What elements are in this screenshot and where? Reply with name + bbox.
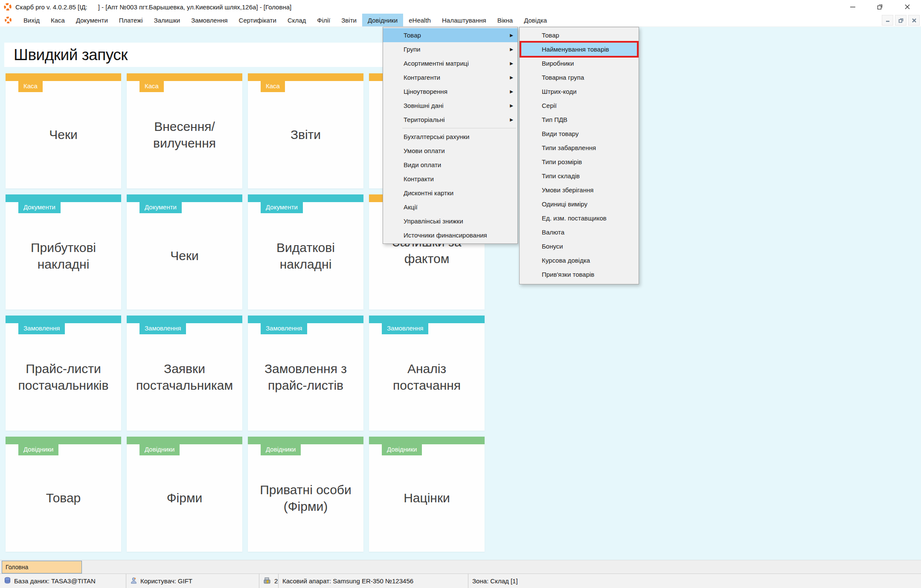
- menubar-item[interactable]: Вікна: [492, 14, 519, 26]
- database-icon: [4, 577, 11, 585]
- restore-icon: [898, 17, 904, 23]
- menu-item-label: Територіальні: [404, 116, 445, 123]
- menubar-item[interactable]: Налаштування: [436, 14, 492, 26]
- submenu-arrow-icon: ▶: [510, 89, 513, 94]
- submenu-item[interactable]: Типи розмірів: [520, 155, 639, 169]
- quick-launch-tile[interactable]: ЗамовленняЗаявки постачальникам: [127, 316, 242, 431]
- dropdown-menu-item[interactable]: Умови оплати: [383, 144, 517, 158]
- submenu-arrow-icon: ▶: [510, 117, 513, 122]
- menubar-item[interactable]: Залишки: [148, 14, 186, 26]
- quick-launch-tile[interactable]: ДовідникиПриватні особи (Фірми): [248, 437, 363, 552]
- menu-item-label: Асортиментні матриці: [404, 60, 469, 67]
- submenu-item[interactable]: Типи забарвлення: [520, 141, 639, 155]
- dropdown-menu-item[interactable]: Види оплати: [383, 158, 517, 172]
- dropdown-menu-item[interactable]: Дисконтні картки: [383, 186, 517, 200]
- tile-category-strip: [369, 316, 485, 323]
- close-icon: [904, 3, 911, 11]
- menubar-item[interactable]: Філії: [311, 14, 336, 26]
- menu-item-label: Умови зберігання: [542, 186, 593, 194]
- menu-item-label: Ед. изм. поставщиков: [542, 214, 607, 222]
- submenu-item[interactable]: Товар: [520, 28, 639, 42]
- tile-label: Прибуткові накладні: [6, 213, 121, 310]
- submenu-item[interactable]: Серії: [520, 98, 639, 113]
- quick-launch-tile[interactable]: КасаВнесення/вилучення: [127, 73, 242, 188]
- window-close-button[interactable]: [894, 0, 921, 14]
- menubar-item[interactable]: Каса: [45, 14, 70, 26]
- menu-item-label: Види оплати: [404, 161, 441, 168]
- quick-launch-tile[interactable]: КасаЗвіти: [248, 73, 363, 188]
- submenu-item[interactable]: Товарна група: [520, 70, 639, 84]
- dropdown-menu-item[interactable]: Контракти: [383, 172, 517, 186]
- dropdown-menu-item[interactable]: Товар▶: [383, 28, 517, 42]
- menu-item-label: Тип ПДВ: [542, 116, 567, 123]
- tile-category-badge: Замовлення: [382, 323, 428, 334]
- window-minimize-button[interactable]: [839, 0, 866, 14]
- quick-launch-tile[interactable]: КасаЧеки: [6, 73, 121, 188]
- submenu-item[interactable]: Курсова довідка: [520, 253, 639, 267]
- menubar-item[interactable]: Склад: [282, 14, 311, 26]
- submenu-item[interactable]: Штрих-коди: [520, 84, 639, 98]
- menubar-item[interactable]: Довідка: [518, 14, 552, 26]
- quick-launch-tile[interactable]: ДовідникиТовар: [6, 437, 121, 552]
- submenu-arrow-icon: ▶: [510, 103, 513, 108]
- dropdown-menu-item[interactable]: Ціноутворення▶: [383, 84, 517, 98]
- tile-category-badge: Довідники: [261, 444, 301, 455]
- dropdown-menu-item[interactable]: Акції: [383, 200, 517, 214]
- quick-launch-tile[interactable]: ДовідникиФірми: [127, 437, 242, 552]
- menubar-item[interactable]: Довідники: [362, 14, 403, 26]
- menubar-item[interactable]: eHealth: [403, 14, 436, 26]
- dropdown-menu-item[interactable]: Зовнішні дані▶: [383, 98, 517, 113]
- submenu-item[interactable]: Виробники: [520, 56, 639, 70]
- dropdown-menu-item[interactable]: Управлінські знижки: [383, 214, 517, 228]
- submenu-item[interactable]: Умови зберігання: [520, 183, 639, 197]
- menubar-item[interactable]: Сертифікати: [233, 14, 282, 26]
- submenu-item[interactable]: Типи складів: [520, 169, 639, 183]
- menu-separator: [402, 128, 516, 128]
- submenu-item[interactable]: Прив'язки товарів: [520, 267, 639, 281]
- submenu-arrow-icon: ▶: [510, 61, 513, 66]
- quick-launch-tile[interactable]: ЗамовленняЗамовлення з прайс-листів: [248, 316, 363, 431]
- dropdown-menu-item[interactable]: Контрагенти▶: [383, 70, 517, 84]
- tile-label: Видаткові накладні: [248, 213, 363, 310]
- submenu-item[interactable]: Одиниці виміру: [520, 197, 639, 211]
- dropdown-menu-item[interactable]: Групи▶: [383, 42, 517, 56]
- mdi-window-controls: [882, 15, 920, 26]
- submenu-item[interactable]: Бонуси: [520, 239, 639, 253]
- quick-launch-tile[interactable]: ДокументиПрибуткові накладні: [6, 194, 121, 310]
- tab-home[interactable]: Головна: [2, 561, 82, 574]
- submenu-item[interactable]: Найменування товарів: [520, 41, 639, 58]
- quick-launch-tile[interactable]: ЗамовленняАналіз постачання: [369, 316, 485, 431]
- submenu-item[interactable]: Тип ПДВ: [520, 113, 639, 127]
- menubar-item[interactable]: Платежі: [113, 14, 148, 26]
- tile-label: Чеки: [127, 213, 242, 310]
- minimize-icon: [849, 3, 857, 11]
- menubar-item[interactable]: Документи: [70, 14, 113, 26]
- quick-launch-tile[interactable]: ДовідникиНацінки: [369, 437, 485, 552]
- submenu-item[interactable]: Валюта: [520, 225, 639, 239]
- submenu-item[interactable]: Види товару: [520, 127, 639, 141]
- quick-launch-tile[interactable]: ДокументиЧеки: [127, 194, 242, 310]
- dropdown-menu-item[interactable]: Територіальні▶: [383, 113, 517, 127]
- mdi-minimize-button[interactable]: [882, 15, 893, 26]
- quick-launch-tile[interactable]: ДокументиВидаткові накладні: [248, 194, 363, 310]
- menubar-item[interactable]: Замовлення: [186, 14, 233, 26]
- mdi-restore-button[interactable]: [895, 15, 906, 26]
- statusbar-segment: 2: [259, 574, 279, 588]
- tile-category-badge: Документи: [18, 202, 61, 213]
- mdi-close-button[interactable]: [908, 15, 920, 26]
- dropdown-menu-item[interactable]: Бухгалтерські рахунки: [383, 130, 517, 144]
- menu-item-label: Бонуси: [542, 243, 563, 250]
- submenu-item[interactable]: Ед. изм. поставщиков: [520, 211, 639, 225]
- menu-item-label: Найменування товарів: [542, 46, 609, 53]
- window-restore-button[interactable]: [866, 0, 894, 14]
- dropdown-menu-item[interactable]: Источники финансирования: [383, 228, 517, 242]
- menu-item-label: Товар: [542, 32, 559, 39]
- menubar-item[interactable]: Звіти: [336, 14, 362, 26]
- dovidnyky-dropdown-menu: Товар▶Групи▶Асортиментні матриці▶Контраг…: [383, 27, 518, 244]
- menubar-item[interactable]: Вихід: [18, 14, 45, 26]
- dropdown-menu-item[interactable]: Асортиментні матриці▶: [383, 56, 517, 70]
- tile-category-strip: [248, 316, 363, 323]
- menu-item-label: Виробники: [542, 60, 574, 67]
- quick-launch-tile[interactable]: ЗамовленняПрайс-листи постачальників: [6, 316, 121, 431]
- close-icon: [911, 17, 917, 23]
